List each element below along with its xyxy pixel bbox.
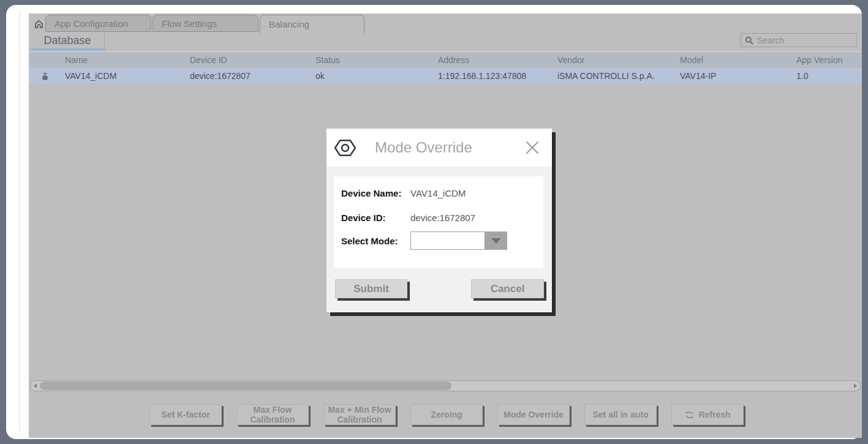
- set-all-in-auto-button[interactable]: Set all in auto: [584, 404, 657, 425]
- button-label: Max + Min Flow Calibration: [324, 405, 395, 424]
- column-header-app-version[interactable]: App Version: [796, 52, 843, 68]
- column-header-name[interactable]: Name: [65, 52, 88, 68]
- table-row[interactable]: VAV14_iCDM device:1672807 ok 1:192.168.1…: [29, 68, 862, 84]
- refresh-button[interactable]: Refresh: [671, 404, 744, 425]
- scroll-right-arrow-icon[interactable]: [854, 383, 857, 388]
- tab-label: Flow Settings: [162, 18, 217, 29]
- zeroing-button[interactable]: Zeroing: [410, 404, 483, 425]
- row-device-id: device:1672807: [190, 68, 251, 84]
- device-id-row: Device ID: device:1672807: [341, 208, 537, 227]
- button-label: Zeroing: [431, 410, 462, 420]
- dialog-title: Mode Override: [375, 139, 472, 156]
- mode-select-value[interactable]: [410, 231, 485, 250]
- tab-flow-settings[interactable]: Flow Settings: [153, 15, 259, 32]
- home-icon: [33, 18, 45, 30]
- mode-select: [410, 231, 507, 250]
- device-id-value: device:1672807: [410, 213, 475, 223]
- dialog-fields-panel: Device Name: VAV14_iCDM Device ID: devic…: [334, 176, 543, 268]
- select-mode-row: Select Mode:: [341, 231, 537, 250]
- chevron-down-icon: [491, 238, 501, 244]
- mode-select-dropdown-button[interactable]: [485, 231, 507, 250]
- search-icon: [745, 36, 753, 45]
- max-min-flow-calibration-button[interactable]: Max + Min Flow Calibration: [323, 404, 396, 425]
- device-icon: [40, 68, 50, 84]
- horizontal-scrollbar[interactable]: [30, 380, 861, 391]
- table-header: Name Device ID Status Address Vendor Mod…: [29, 51, 862, 68]
- row-app-version: 1.0: [796, 68, 808, 84]
- search-input[interactable]: [757, 36, 862, 45]
- refresh-icon: [684, 410, 695, 420]
- scroll-left-arrow-icon[interactable]: [34, 383, 37, 388]
- tab-label: App Configuration: [55, 18, 128, 29]
- row-vendor: iSMA CONTROLLI S.p.A.: [557, 68, 655, 84]
- scrollbar-thumb[interactable]: [40, 382, 451, 390]
- search-box: [741, 33, 857, 47]
- column-header-model[interactable]: Model: [680, 52, 703, 68]
- device-id-label: Device ID:: [341, 213, 410, 223]
- home-button[interactable]: [32, 17, 45, 31]
- submit-button[interactable]: Submit: [335, 279, 407, 298]
- subtab-label: Database: [43, 34, 91, 47]
- dialog-header: Mode Override: [326, 129, 552, 167]
- select-mode-label: Select Mode:: [341, 236, 410, 246]
- mode-override-dialog: Mode Override Device Name: VAV14_iCDM De…: [326, 129, 552, 312]
- button-label: Set K-factor: [161, 410, 209, 420]
- button-label: Max Flow Calibration: [237, 405, 308, 424]
- subtab-database[interactable]: Database: [31, 32, 105, 50]
- tab-app-configuration[interactable]: App Configuration: [45, 15, 151, 32]
- tab-balancing[interactable]: Balancing: [260, 15, 364, 33]
- row-address: 1:192.168.1.123:47808: [438, 68, 526, 84]
- button-label: Mode Override: [504, 410, 564, 420]
- cancel-button[interactable]: Cancel: [471, 279, 544, 298]
- frame-seam: [19, 11, 25, 433]
- tab-label: Balancing: [269, 19, 309, 29]
- device-name-row: Device Name: VAV14_iCDM: [341, 184, 537, 202]
- row-name: VAV14_iCDM: [65, 68, 116, 84]
- column-header-address[interactable]: Address: [438, 52, 469, 68]
- set-k-factor-button[interactable]: Set K-factor: [149, 404, 222, 425]
- button-label: Set all in auto: [592, 410, 648, 420]
- column-header-status[interactable]: Status: [315, 52, 340, 68]
- max-flow-calibration-button[interactable]: Max Flow Calibration: [236, 404, 309, 425]
- row-status: ok: [315, 68, 325, 84]
- hex-nut-icon: [334, 138, 357, 158]
- close-icon[interactable]: [524, 139, 541, 156]
- button-label: Refresh: [698, 410, 730, 420]
- row-model: VAV14-IP: [680, 68, 716, 84]
- column-header-device-id[interactable]: Device ID: [190, 52, 227, 68]
- device-name-label: Device Name:: [341, 188, 410, 198]
- mode-override-button[interactable]: Mode Override: [497, 404, 570, 425]
- column-header-vendor[interactable]: Vendor: [557, 52, 584, 68]
- device-name-value: VAV14_iCDM: [410, 188, 466, 198]
